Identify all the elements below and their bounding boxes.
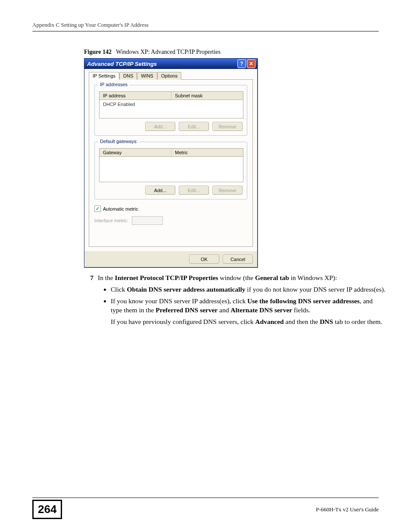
b1b: Obtain DNS server address automatically (127, 286, 245, 293)
t5: in Windows XP): (289, 274, 337, 281)
b2f: Alternate DNS server (230, 306, 292, 314)
fd: DNS (320, 318, 333, 325)
b1c: if you do not know your DNS server IP ad… (245, 286, 385, 293)
auto-metric-checkbox[interactable]: ✓ (94, 205, 101, 212)
ip-addresses-group: IP addresses IP address Subnet mask DHCP… (94, 85, 247, 136)
page-footer: 264 P-660H-Tx v2 User's Guide (32, 498, 379, 519)
cancel-button[interactable]: Cancel (223, 255, 253, 264)
tab-panel-ip-settings: IP addresses IP address Subnet mask DHCP… (89, 80, 253, 247)
col-metric[interactable]: Metric (171, 149, 243, 156)
t2: Internet Protocol TCP/IP Properties (115, 274, 218, 281)
step-body: In the Internet Protocol TCP/IP Properti… (98, 274, 386, 329)
t3: window (the (218, 274, 255, 281)
interface-metric-input[interactable] (132, 216, 163, 225)
gateways-group: Default gateways: Gateway Metric Add... … (94, 142, 247, 199)
step-7: 7 In the Internet Protocol TCP/IP Proper… (84, 274, 386, 329)
fe: tab to order them. (333, 318, 382, 325)
ip-list-header: IP address Subnet mask (100, 92, 243, 100)
b1a: Click (111, 286, 127, 293)
t4: General tab (255, 274, 289, 281)
fa: If you have previously configured DNS se… (111, 318, 255, 325)
ip-addresses-legend: IP addresses (98, 82, 129, 87)
guide-name: P-660H-Tx v2 User's Guide (316, 506, 379, 513)
ip-list-body: DHCP Enabled (100, 100, 243, 118)
advanced-tcpip-dialog: Advanced TCP/IP Settings ? ✕ IP Settings… (84, 58, 258, 268)
bullet-2: If you know your DNS server IP address(e… (111, 297, 386, 327)
tab-wins[interactable]: WINS (137, 72, 157, 80)
figure-caption: Figure 142 Windows XP: Advanced TCP/IP P… (84, 49, 379, 56)
tab-options[interactable]: Options (157, 72, 181, 80)
gw-button-row: Add... Edit... Remove (99, 186, 243, 195)
auto-metric-label: Automatic metric (103, 206, 138, 212)
fc: and then the (284, 318, 320, 325)
b2a: If you know your DNS server IP address(e… (111, 297, 247, 305)
figure-label: Figure 142 (84, 49, 112, 55)
col-subnet-mask[interactable]: Subnet mask (171, 92, 243, 100)
bullet-1: Click Obtain DNS server address automati… (111, 285, 386, 294)
page-header: Appendix C Setting up Your Computer's IP… (32, 22, 379, 31)
ok-button[interactable]: OK (189, 255, 219, 264)
gw-remove-button[interactable]: Remove (212, 186, 243, 195)
ip-add-button[interactable]: Add... (145, 122, 175, 131)
figure-caption-text: Windows XP: Advanced TCP/IP Properties (116, 49, 221, 55)
gw-list-header: Gateway Metric (100, 149, 243, 157)
close-button[interactable]: ✕ (247, 59, 255, 68)
interface-metric-row: Interface metric: (94, 216, 247, 225)
bullet-2-follow: If you have previously configured DNS se… (111, 317, 386, 327)
ip-edit-button[interactable]: Edit... (179, 122, 209, 131)
gateways-legend: Default gateways: (98, 139, 139, 144)
interface-metric-label: Interface metric: (94, 218, 128, 223)
fb: Advanced (255, 318, 283, 325)
instruction-block: 7 In the Internet Protocol TCP/IP Proper… (84, 274, 386, 329)
bullet-list: Click Obtain DNS server address automati… (98, 285, 386, 327)
gateways-list[interactable]: Gateway Metric (99, 148, 243, 182)
dialog-button-bar: OK Cancel (84, 251, 257, 267)
t1: In the (98, 274, 115, 281)
ip-button-row: Add... Edit... Remove (99, 122, 243, 131)
tab-ip-settings[interactable]: IP Settings (89, 72, 119, 80)
dialog-titlebar: Advanced TCP/IP Settings ? ✕ (84, 59, 257, 69)
b2g: fields. (292, 306, 310, 314)
ip-remove-button[interactable]: Remove (212, 122, 243, 131)
tab-strip: IP Settings DNS WINS Options (89, 72, 253, 80)
gw-edit-button[interactable]: Edit... (179, 186, 209, 195)
page-number: 264 (32, 500, 62, 519)
b2b: Use the following DNS server addresses (247, 297, 360, 305)
dialog-title: Advanced TCP/IP Settings (87, 61, 237, 67)
b2e: and (218, 306, 230, 314)
ip-addresses-list[interactable]: IP address Subnet mask DHCP Enabled (99, 91, 243, 118)
auto-metric-row: ✓ Automatic metric (94, 205, 247, 212)
col-gateway[interactable]: Gateway (100, 149, 171, 156)
b2d: Preferred DNS server (156, 306, 218, 314)
help-button[interactable]: ? (237, 59, 246, 68)
tab-dns[interactable]: DNS (119, 72, 137, 80)
dialog-body: IP Settings DNS WINS Options IP addresse… (84, 69, 257, 251)
gw-list-body (100, 157, 243, 182)
col-ip-address[interactable]: IP address (100, 92, 171, 100)
step-number: 7 (84, 274, 93, 329)
gw-add-button[interactable]: Add... (145, 186, 175, 195)
